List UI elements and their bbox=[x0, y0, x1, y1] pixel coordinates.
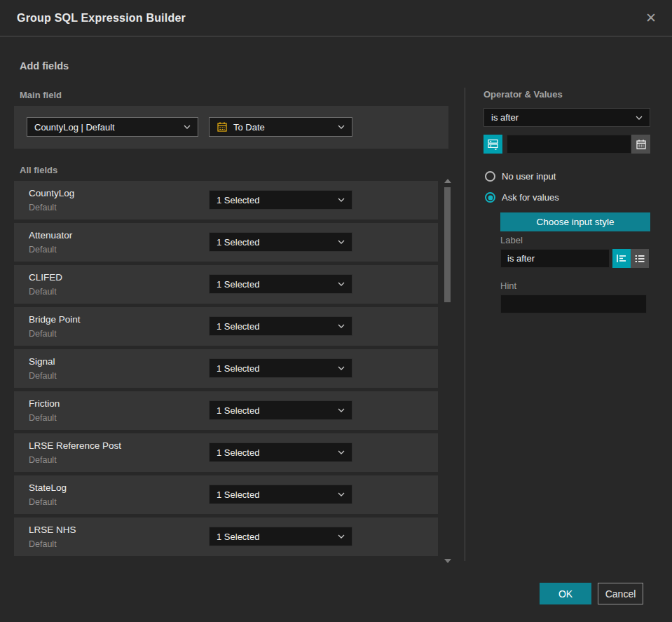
selection-count: 1 Selected bbox=[217, 195, 259, 205]
field-name: Bridge Point bbox=[29, 314, 81, 325]
field-subtitle: Default bbox=[29, 497, 57, 507]
scroll-down-arrow-icon[interactable] bbox=[444, 559, 451, 563]
field-row-statelog: StateLog Default 1 Selected bbox=[14, 475, 438, 514]
group-sql-expression-builder-dialog: Group SQL Expression Builder ✕ Add field… bbox=[0, 0, 672, 622]
selection-count: 1 Selected bbox=[217, 489, 259, 500]
label-input[interactable] bbox=[500, 249, 610, 268]
main-field-type-select[interactable]: To Date bbox=[209, 117, 352, 137]
selection-count: 1 Selected bbox=[217, 363, 259, 374]
operator-values-label: Operator & Values bbox=[484, 89, 563, 100]
field-subtitle: Default bbox=[29, 371, 57, 381]
field-selection-dropdown[interactable]: 1 Selected bbox=[209, 442, 352, 462]
chevron-down-icon bbox=[338, 366, 345, 370]
field-selection-dropdown[interactable]: 1 Selected bbox=[209, 485, 352, 504]
field-subtitle: Default bbox=[29, 329, 57, 339]
field-subtitle: Default bbox=[29, 455, 57, 465]
radio-circle-selected-icon bbox=[485, 192, 495, 203]
radio-no-user-input[interactable]: No user input bbox=[485, 171, 556, 182]
main-field-select[interactable]: CountyLog | Default bbox=[27, 117, 198, 137]
chevron-down-icon bbox=[184, 125, 191, 129]
stacked-values-icon[interactable] bbox=[484, 135, 502, 154]
selection-count: 1 Selected bbox=[217, 405, 259, 416]
field-name: LRSE NHS bbox=[29, 525, 76, 535]
ok-button[interactable]: OK bbox=[540, 583, 591, 604]
hint-field-label: Hint bbox=[500, 280, 516, 291]
field-row-clifed: CLIFED Default 1 Selected bbox=[14, 265, 438, 304]
field-row-friction: Friction Default 1 Selected bbox=[14, 391, 438, 430]
selection-count: 1 Selected bbox=[217, 447, 259, 458]
scrollbar-thumb[interactable] bbox=[444, 187, 451, 302]
field-name: CountyLog bbox=[29, 188, 74, 198]
choose-input-style-button[interactable]: Choose input style bbox=[500, 212, 650, 231]
field-row-lrse-nhs: LRSE NHS Default 1 Selected bbox=[14, 518, 438, 556]
list-scrollbar[interactable] bbox=[441, 177, 454, 564]
field-subtitle: Default bbox=[29, 245, 57, 255]
field-name: Friction bbox=[29, 398, 60, 409]
main-field-label: Main field bbox=[20, 90, 62, 100]
field-selection-dropdown[interactable]: 1 Selected bbox=[209, 190, 352, 210]
vertical-divider bbox=[465, 88, 465, 561]
field-name: CLIFED bbox=[29, 272, 62, 283]
field-subtitle: Default bbox=[29, 413, 57, 423]
field-selection-dropdown[interactable]: 1 Selected bbox=[209, 316, 352, 336]
scroll-up-arrow-icon[interactable] bbox=[444, 179, 451, 183]
chevron-down-icon bbox=[338, 324, 345, 328]
cancel-button[interactable]: Cancel bbox=[598, 583, 643, 604]
field-name: StateLog bbox=[29, 482, 67, 493]
field-name: Attenuator bbox=[29, 230, 72, 241]
label-field-label: Label bbox=[500, 235, 523, 245]
field-row-signal: Signal Default 1 Selected bbox=[14, 349, 438, 388]
field-subtitle: Default bbox=[29, 203, 57, 212]
selection-count: 1 Selected bbox=[217, 532, 259, 542]
chevron-down-icon bbox=[338, 450, 345, 454]
add-fields-heading: Add fields bbox=[20, 60, 69, 72]
dialog-header: Group SQL Expression Builder ✕ bbox=[0, 0, 672, 36]
selection-count: 1 Selected bbox=[217, 279, 259, 290]
selection-count: 1 Selected bbox=[217, 321, 259, 332]
field-row-attenuator: Attenuator Default 1 Selected bbox=[14, 223, 438, 262]
chevron-down-icon bbox=[338, 408, 345, 412]
field-row-lrse-reference-post: LRSE Reference Post Default 1 Selected bbox=[14, 433, 438, 472]
main-field-type-value: To Date bbox=[233, 122, 265, 133]
main-field-select-value: CountyLog | Default bbox=[34, 122, 115, 133]
chevron-down-icon bbox=[338, 492, 345, 496]
chevron-down-icon bbox=[338, 534, 345, 539]
all-fields-list: CountyLog Default 1 Selected Attenuator … bbox=[14, 181, 438, 556]
dialog-title: Group SQL Expression Builder bbox=[17, 12, 186, 25]
field-selection-dropdown[interactable]: 1 Selected bbox=[209, 527, 352, 546]
all-fields-label: All fields bbox=[20, 165, 57, 175]
chevron-down-icon bbox=[338, 198, 345, 202]
hint-input[interactable] bbox=[500, 295, 647, 313]
chevron-down-icon bbox=[338, 125, 345, 129]
main-field-panel: CountyLog | Default To Date bbox=[14, 106, 448, 149]
value-input[interactable] bbox=[507, 135, 631, 154]
field-selection-dropdown[interactable]: 1 Selected bbox=[209, 232, 352, 252]
list-icon[interactable] bbox=[631, 249, 649, 268]
field-row-countylog: CountyLog Default 1 Selected bbox=[14, 181, 438, 219]
selection-count: 1 Selected bbox=[217, 237, 259, 248]
field-name: Signal bbox=[29, 356, 55, 367]
operator-select-value: is after bbox=[491, 112, 519, 123]
radio-ask-for-values[interactable]: Ask for values bbox=[485, 192, 559, 203]
close-icon[interactable]: ✕ bbox=[641, 8, 661, 28]
field-name: LRSE Reference Post bbox=[29, 440, 121, 451]
chevron-down-icon bbox=[636, 116, 643, 120]
radio-label: No user input bbox=[502, 171, 556, 182]
field-selection-dropdown[interactable]: 1 Selected bbox=[209, 274, 352, 294]
operator-select[interactable]: is after bbox=[484, 108, 650, 127]
chevron-down-icon bbox=[338, 282, 345, 286]
calendar-icon bbox=[217, 121, 228, 133]
radio-circle-icon bbox=[485, 171, 495, 182]
field-selection-dropdown[interactable]: 1 Selected bbox=[209, 358, 352, 378]
field-subtitle: Default bbox=[29, 287, 57, 297]
chevron-down-icon bbox=[338, 240, 345, 244]
radio-label: Ask for values bbox=[502, 192, 559, 203]
field-selection-dropdown[interactable]: 1 Selected bbox=[209, 400, 352, 420]
field-row-bridge-point: Bridge Point Default 1 Selected bbox=[14, 307, 438, 346]
align-left-icon[interactable] bbox=[612, 249, 631, 268]
calendar-icon[interactable] bbox=[631, 135, 650, 154]
field-subtitle: Default bbox=[29, 539, 57, 549]
